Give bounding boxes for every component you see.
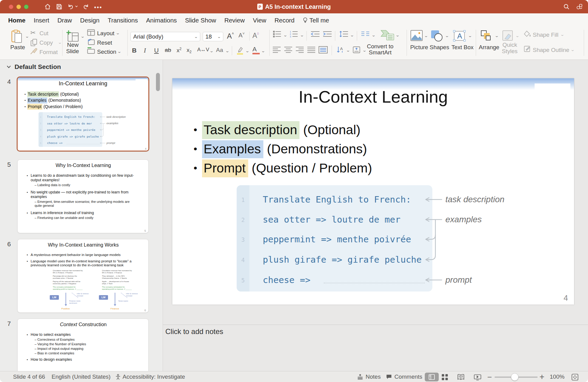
zoom-level[interactable]: 100%	[550, 373, 565, 380]
cut-label[interactable]: Cut	[39, 30, 49, 37]
reading-view-icon[interactable]	[457, 374, 465, 380]
character-spacing-chevron-icon[interactable]: ⌄	[209, 49, 214, 53]
text-direction-chevron-icon[interactable]: ⌄	[346, 48, 350, 53]
slide-title[interactable]: In-Context Learning	[172, 87, 574, 107]
numbered-list-icon[interactable]: 123	[290, 30, 298, 38]
text-direction-icon[interactable]: A	[336, 46, 344, 53]
fit-slide-to-window-icon[interactable]	[572, 374, 578, 380]
section-label[interactable]: Section	[97, 49, 116, 55]
notes-divider[interactable]	[163, 325, 588, 325]
change-case-chevron-icon[interactable]: ⌄	[225, 49, 229, 53]
shapes-icon[interactable]	[430, 30, 444, 42]
highlight-color-button[interactable]	[236, 46, 244, 55]
slide-title[interactable]: In-Context Learning	[18, 80, 148, 87]
copy-chevron-icon[interactable]: ⌄	[58, 40, 62, 45]
format-painter-icon[interactable]	[30, 47, 38, 55]
zoom-in-button[interactable]: +	[539, 372, 544, 382]
slide-sorter-view-icon[interactable]	[441, 374, 448, 380]
numbered-list-chevron-icon[interactable]: ⌄	[300, 33, 304, 37]
align-center-icon[interactable]	[284, 46, 292, 53]
bullet-list-chevron-icon[interactable]: ⌄	[283, 33, 287, 37]
reset-label[interactable]: Reset	[97, 39, 112, 46]
picture-chevron-icon[interactable]: ⌄	[424, 33, 428, 38]
tab-home[interactable]: Home	[8, 17, 25, 24]
notes-placeholder[interactable]: Click to add notes	[165, 327, 223, 336]
tab-draw[interactable]: Draw	[57, 17, 72, 24]
arrange-icon[interactable]	[480, 30, 493, 42]
slide-bullet-1[interactable]: •Task description (Optional)	[25, 92, 79, 97]
quick-styles-chevron-icon[interactable]: ⌄	[515, 33, 519, 38]
slide-bullet-3[interactable]: •Prompt (Question / Problem)	[25, 104, 83, 109]
tab-slide-show[interactable]: Slide Show	[185, 17, 216, 24]
tab-view[interactable]: View	[253, 17, 266, 24]
zoom-out-button[interactable]: −	[487, 373, 492, 382]
slide-bullet-2[interactable]: •Examples (Demonstrations)	[25, 98, 81, 103]
format-label[interactable]: Format	[39, 49, 58, 56]
shape-fill-label[interactable]: Shape Fill	[533, 32, 559, 38]
clear-formatting-button[interactable]: A◊	[252, 32, 259, 40]
copy-icon[interactable]	[30, 39, 38, 46]
layout-label[interactable]: Layout	[97, 30, 114, 37]
normal-view-button[interactable]	[425, 373, 439, 381]
new-slide-chevron-icon[interactable]: ⌄	[80, 34, 85, 39]
slide-4-thumbnail[interactable]: In-Context Learning •Task description (O…	[17, 77, 149, 152]
tab-record[interactable]: Record	[275, 17, 295, 24]
subscript-button[interactable]: x2	[187, 47, 191, 54]
text-box-chevron-icon[interactable]: ⌄	[468, 33, 472, 38]
slide-6-thumbnail[interactable]: Why In-Context Learning Works A mysterio…	[17, 239, 149, 313]
shape-outline-icon[interactable]	[524, 46, 531, 52]
toolbar-switcher-icon[interactable]	[576, 3, 583, 10]
align-right-icon[interactable]	[296, 46, 304, 53]
tab-insert[interactable]: Insert	[34, 17, 49, 24]
reset-icon[interactable]	[87, 39, 95, 45]
slide-bullet-1[interactable]: •Task description (Optional)	[194, 122, 360, 137]
tab-animations[interactable]: Animations	[146, 17, 177, 24]
bold-button[interactable]: B	[132, 47, 137, 54]
paste-chevron-icon[interactable]: ⌄	[25, 34, 29, 39]
slide-7-thumbnail[interactable]: Context Construction How to select examp…	[17, 319, 149, 371]
convert-smartart-icon[interactable]	[380, 29, 394, 41]
convert-smartart-label-2[interactable]: SmartArt	[363, 49, 397, 56]
strikethrough-button[interactable]: ab	[165, 47, 171, 53]
convert-smartart-label-1[interactable]: Convert to	[363, 43, 397, 50]
thumbnail-scrollbar[interactable]	[156, 73, 160, 91]
shapes-chevron-icon[interactable]: ⌄	[445, 33, 449, 38]
language-indicator[interactable]: English (United States)	[52, 373, 110, 380]
shape-outline-chevron-icon[interactable]: ⌄	[570, 47, 575, 52]
font-name-select[interactable]: Arial (Body)⌄	[130, 32, 200, 41]
quick-styles-icon[interactable]	[501, 30, 515, 42]
paste-button[interactable]	[10, 30, 23, 44]
picture-icon[interactable]	[410, 30, 423, 41]
line-spacing-chevron-icon[interactable]: ⌄	[350, 33, 354, 37]
section-header[interactable]: Default Section	[7, 63, 61, 70]
zoom-slider-thumb[interactable]	[511, 373, 519, 381]
slide-canvas[interactable]: In-Context Learning •Task description (O…	[172, 78, 574, 305]
change-case-button[interactable]: Aa	[216, 47, 223, 53]
distribute-text-icon[interactable]	[319, 46, 328, 53]
cut-icon[interactable]: ✂	[30, 29, 36, 36]
line-spacing-icon[interactable]	[339, 30, 348, 38]
highlight-color-chevron-icon[interactable]: ⌄	[245, 49, 249, 53]
shape-outline-label[interactable]: Shape Outline	[533, 47, 569, 53]
underline-button[interactable]: U	[154, 47, 159, 54]
slide-5-thumbnail[interactable]: Why In-Context Learning Learns to do a d…	[17, 159, 149, 233]
increase-indent-icon[interactable]	[323, 30, 332, 38]
decrease-font-size-button[interactable]: A˅	[238, 32, 245, 39]
font-color-chevron-icon[interactable]: ⌄	[261, 49, 265, 53]
notes-toggle[interactable]: Notes	[366, 373, 381, 380]
columns-chevron-icon[interactable]: ⌄	[371, 33, 376, 37]
slide-bullet-2[interactable]: •Examples (Demonstrations)	[194, 142, 367, 156]
increase-font-size-button[interactable]: A˄	[227, 32, 234, 40]
bullet-list-icon[interactable]	[273, 30, 282, 38]
decrease-indent-icon[interactable]	[311, 30, 320, 38]
italic-button[interactable]: I	[144, 47, 146, 54]
slide-counter[interactable]: Slide 4 of 66	[13, 373, 45, 380]
font-color-button[interactable]: A	[252, 46, 260, 54]
comments-toggle[interactable]: Comments	[394, 373, 422, 380]
shape-fill-icon[interactable]	[524, 30, 531, 37]
font-size-select[interactable]: 18⌄	[203, 32, 223, 41]
shape-fill-chevron-icon[interactable]: ⌄	[560, 32, 564, 37]
slide-bullet-3[interactable]: •Prompt (Question / Problem)	[194, 161, 372, 176]
columns-icon[interactable]	[361, 31, 370, 37]
superscript-button[interactable]: x2	[177, 47, 181, 54]
